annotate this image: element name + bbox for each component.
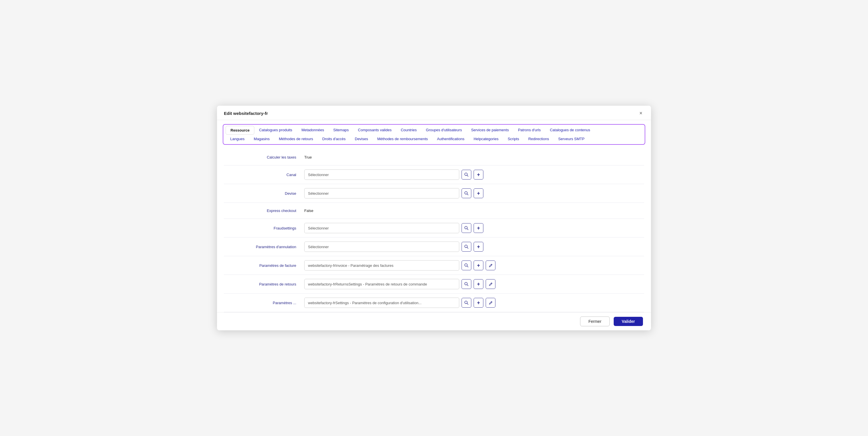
form-input-row-canal: + [304,170,644,180]
form-row-express-checkout: Express checkoutFalse [224,203,644,219]
tab-langues[interactable]: Langues [226,135,249,143]
form-label-fraudsettings: Fraudsettings [224,226,304,230]
svg-point-14 [465,301,467,303]
form-label-parametres-bottom: Paramètres ... [224,301,304,305]
form-input-row-express-checkout: False [304,208,644,213]
tab-sitemaps[interactable]: Sitemaps [329,126,353,135]
form-input-parametres-annulation[interactable] [304,241,459,252]
edit-icon-btn-parametres-bottom[interactable] [486,298,495,308]
add-icon-btn-canal[interactable]: + [474,170,484,179]
svg-point-2 [465,192,467,194]
svg-line-13 [491,283,492,284]
form-row-devise: Devise+ [224,184,644,203]
svg-line-3 [467,194,468,195]
form-label-devise: Devise [224,191,304,196]
form-row-parametres-annulation: Paramètres d'annulation+ [224,237,644,256]
tab-ressource[interactable]: Ressource [226,126,254,135]
form-input-parametres-facture[interactable] [304,260,459,270]
content-area: Calculer les taxesTrueCanal+Devise+Expre… [217,146,651,312]
tab-catalogues-produits[interactable]: Catalogues produits [254,126,297,135]
tab-scripts[interactable]: Scripts [503,135,524,143]
form-input-row-parametres-facture: + [304,260,644,270]
form-row-calculer-les-taxes: Calculer les taxesTrue [224,149,644,166]
search-icon-btn-canal[interactable] [462,170,471,179]
tabs-row-1: RessourceCatalogues produitsMetadonnéesS… [226,126,642,135]
tab-authentifications[interactable]: Authentifications [433,135,469,143]
modal: Edit websitefactory-fr × RessourceCatalo… [217,106,651,330]
svg-point-0 [465,173,467,175]
svg-line-16 [491,302,492,302]
tab-composants-valides[interactable]: Composants valides [353,126,396,135]
form-value-calculer-les-taxes: True [304,155,644,159]
search-icon-btn-parametres-facture[interactable] [462,261,471,270]
tab-droits-acces[interactable]: Droits d'accès [318,135,350,143]
svg-point-6 [465,245,467,248]
tab-helpcategories[interactable]: Helpcategories [469,135,503,143]
form-label-express-checkout: Express checkout [224,208,304,213]
tab-catalogues-contenus[interactable]: Catalogues de contenus [546,126,595,135]
form-label-parametres-annulation: Paramètres d'annulation [224,245,304,249]
close-button[interactable]: × [638,110,644,117]
tab-patrons-urls[interactable]: Patrons d'urls [514,126,546,135]
form-input-devise[interactable] [304,188,459,199]
search-icon-btn-fraudsettings[interactable] [462,223,471,233]
svg-line-5 [467,229,468,230]
edit-icon-btn-parametres-facture[interactable] [486,261,495,270]
search-icon-btn-devise[interactable] [462,188,471,198]
modal-footer: Fermer Valider [217,312,651,330]
tab-metadonnees[interactable]: Metadonnées [297,126,329,135]
form-row-fraudsettings: Fraudsettings+ [224,219,644,237]
tab-magasins[interactable]: Magasins [249,135,274,143]
tab-redirections[interactable]: Redirections [524,135,553,143]
form-input-fraudsettings[interactable] [304,223,459,233]
svg-line-10 [491,264,492,265]
svg-point-11 [465,282,467,285]
add-icon-btn-parametres-retours[interactable]: + [474,279,484,289]
tab-groupes-utilisateurs[interactable]: Groupes d'utilisateurs [422,126,466,135]
form-row-parametres-retours: Paramètres de retours+ [224,275,644,294]
add-icon-btn-fraudsettings[interactable]: + [474,223,484,233]
tab-methodes-remboursements[interactable]: Méthodes de remboursements [373,135,432,143]
svg-line-15 [467,303,468,305]
form-input-row-calculer-les-taxes: True [304,155,644,159]
tab-services-paiements[interactable]: Services de paiements [466,126,514,135]
form-label-parametres-facture: Paramètres de facture [224,263,304,268]
add-icon-btn-parametres-facture[interactable]: + [474,261,484,270]
svg-line-1 [467,175,468,177]
search-icon-btn-parametres-annulation[interactable] [462,242,471,252]
svg-line-12 [467,285,468,286]
form-input-parametres-bottom[interactable] [304,297,459,308]
modal-header: Edit websitefactory-fr × [217,106,651,120]
form-label-canal: Canal [224,173,304,177]
edit-icon-btn-parametres-retours[interactable] [486,279,495,289]
form-label-parametres-retours: Paramètres de retours [224,282,304,286]
form-label-calculer-les-taxes: Calculer les taxes [224,155,304,159]
modal-title: Edit websitefactory-fr [224,111,268,116]
search-icon-btn-parametres-retours[interactable] [462,279,471,289]
tab-methodes-retours[interactable]: Méthodes de retours [274,135,318,143]
add-icon-btn-devise[interactable]: + [474,188,484,198]
form-row-canal: Canal+ [224,166,644,184]
form-row-parametres-bottom: Paramètres ...+ [224,294,644,312]
add-icon-btn-parametres-bottom[interactable]: + [474,298,484,308]
add-icon-btn-parametres-annulation[interactable]: + [474,242,484,252]
tab-countries[interactable]: Countries [396,126,422,135]
confirm-button[interactable]: Valider [614,317,643,326]
svg-line-9 [467,266,468,267]
form-input-row-parametres-retours: + [304,279,644,289]
form-input-parametres-retours[interactable] [304,279,459,289]
tabs-container: RessourceCatalogues produitsMetadonnéesS… [223,124,645,145]
form-value-express-checkout: False [304,208,644,213]
svg-point-4 [465,226,467,229]
form-input-row-devise: + [304,188,644,199]
search-icon-btn-parametres-bottom[interactable] [462,298,471,308]
form-row-parametres-facture: Paramètres de facture+ [224,256,644,275]
form-input-row-fraudsettings: + [304,223,644,233]
tab-devises[interactable]: Devises [350,135,373,143]
cancel-button[interactable]: Fermer [580,317,610,326]
form-input-row-parametres-annulation: + [304,241,644,252]
form-input-canal[interactable] [304,170,459,180]
svg-line-7 [467,248,468,249]
tabs-row-2: LanguesMagasinsMéthodes de retoursDroits… [226,135,642,143]
tab-serveurs-smtp[interactable]: Serveurs SMTP [554,135,589,143]
